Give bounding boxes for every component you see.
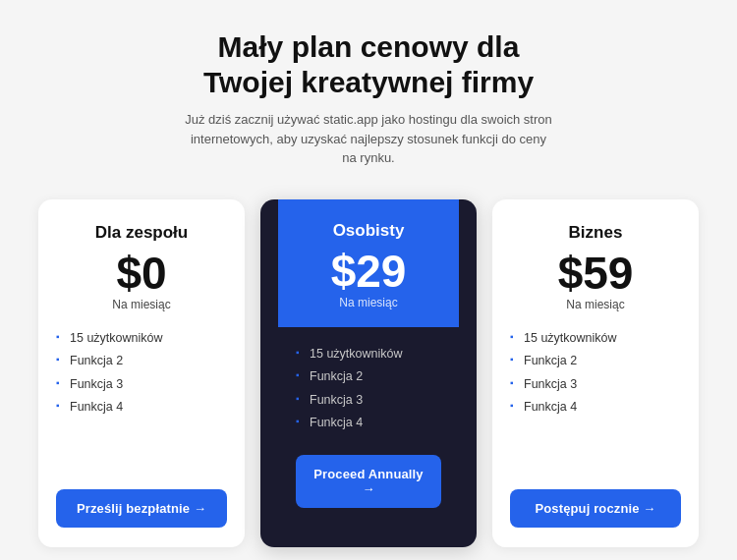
card-price-personal: $29 xyxy=(331,249,407,294)
feature-item: Funkcja 4 xyxy=(56,396,227,420)
feature-item: Funkcja 4 xyxy=(510,396,681,420)
features-list-business: 15 użytkowników Funkcja 2 Funkcja 3 Funk… xyxy=(510,327,681,420)
pricing-card-personal: Osobisty $29 Na miesiąc 15 użytkowników … xyxy=(260,199,477,547)
feature-item: Funkcja 3 xyxy=(510,373,681,397)
feature-item: 15 użytkowników xyxy=(296,343,441,366)
feature-item: 15 użytkowników xyxy=(56,327,227,351)
card-period-personal: Na miesiąc xyxy=(339,296,397,309)
card-title-business: Biznes xyxy=(569,223,623,243)
card-body-personal: 15 użytkowników Funkcja 2 Funkcja 3 Funk… xyxy=(278,327,459,528)
feature-item: 15 użytkowników xyxy=(510,327,681,351)
feature-item: Funkcja 4 xyxy=(296,412,441,435)
page-title: Mały plan cenowy dla Twojej kreatywnej f… xyxy=(182,29,555,100)
pricing-cards-row: Dla zespołu $0 Na miesiąc 15 użytkownikó… xyxy=(20,199,717,547)
feature-item: Funkcja 3 xyxy=(296,389,441,413)
feature-item: Funkcja 3 xyxy=(56,373,227,397)
page-subtitle: Już dziś zacznij używać static.app jako … xyxy=(182,110,555,168)
pricing-card-team: Dla zespołu $0 Na miesiąc 15 użytkownikó… xyxy=(38,199,245,547)
card-price-team: $0 xyxy=(116,251,166,296)
card-top-blue: Osobisty $29 Na miesiąc xyxy=(278,199,459,327)
pricing-card-business: Biznes $59 Na miesiąc 15 użytkowników Fu… xyxy=(492,199,699,547)
card-title-team: Dla zespołu xyxy=(95,223,188,243)
features-list-personal: 15 użytkowników Funkcja 2 Funkcja 3 Funk… xyxy=(296,343,441,435)
card-price-business: $59 xyxy=(558,251,634,296)
team-cta-button[interactable]: Prześlij bezpłatnie → xyxy=(56,489,227,528)
feature-item: Funkcja 2 xyxy=(56,350,227,373)
features-list-team: 15 użytkowników Funkcja 2 Funkcja 3 Funk… xyxy=(56,327,227,420)
feature-item: Funkcja 2 xyxy=(296,365,441,389)
header: Mały plan cenowy dla Twojej kreatywnej f… xyxy=(182,29,555,168)
card-period-business: Na miesiąc xyxy=(566,298,624,311)
page-wrapper: Mały plan cenowy dla Twojej kreatywnej f… xyxy=(0,0,737,560)
feature-item: Funkcja 2 xyxy=(510,350,681,373)
personal-cta-button[interactable]: Proceed Annually → xyxy=(296,455,441,508)
card-period-team: Na miesiąc xyxy=(112,298,170,311)
business-cta-button[interactable]: Postępuj rocznie → xyxy=(510,489,681,528)
card-title-personal: Osobisty xyxy=(333,221,405,241)
